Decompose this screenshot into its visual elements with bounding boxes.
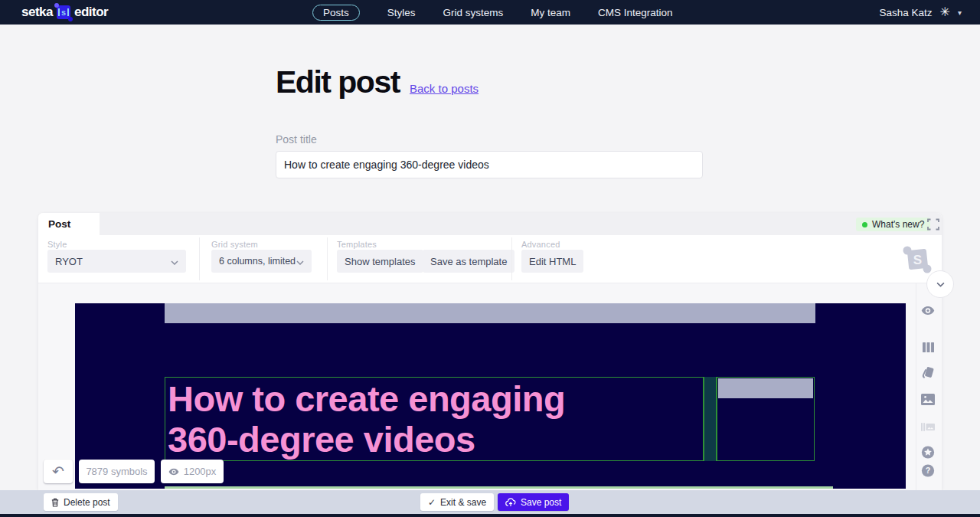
canvas-side-placeholder-bar[interactable] [718,378,813,398]
logo-text-editor: editor [74,5,108,20]
save-post-button[interactable]: Save post [498,493,569,511]
edit-html-button[interactable]: Edit HTML [521,250,583,273]
canvas-heading-line2: 360-degree videos [165,419,703,460]
viewport-width-badge: 1200px [161,460,224,483]
nav-item-grid-systems[interactable]: Grid systems [443,7,504,18]
show-templates-button[interactable]: Show templates [337,250,423,273]
undo-icon: ↶ [52,463,64,480]
svg-text:?: ? [926,466,931,475]
symbols-count-text: 7879 symbols [86,466,147,477]
exit-and-save-button[interactable]: ✓ Exit & save [420,493,494,511]
canvas-heading-block[interactable]: How to create engaging 360-degree videos [165,377,704,461]
setka-logo-icon: s [57,5,70,19]
main-nav: Posts Styles Grid systems My team CMS In… [312,0,673,25]
grid-system-dropdown[interactable]: 6 columns, limited [211,250,312,273]
logo-text-setka: setka [21,5,53,20]
nav-item-my-team[interactable]: My team [531,7,570,18]
delete-post-label: Delete post [64,497,110,508]
post-title-input[interactable] [276,151,703,178]
advanced-section-label: Advanced [521,240,560,249]
columns-grid-icon[interactable] [921,340,935,354]
style-section-label: Style [47,240,67,249]
canvas-placeholder-bar[interactable] [165,303,815,323]
bottom-edge-strip [0,514,980,517]
exit-and-save-label: Exit & save [440,497,486,508]
logo-letter: s [61,8,66,17]
user-name: Sasha Katz [880,7,933,18]
back-to-posts-link[interactable]: Back to posts [410,82,479,95]
viewport-width-text: 1200px [184,466,217,477]
image-icon[interactable] [921,392,935,406]
logo-dot-bottom [68,17,73,21]
save-post-label: Save post [521,497,561,508]
logo-dot-top [54,3,59,8]
whats-new-label: What's new? [872,219,924,230]
style-dropdown[interactable]: RYOT [47,250,186,273]
setka-watermark-icon: S [902,244,933,274]
trash-icon [51,498,59,507]
delete-post-button[interactable]: Delete post [44,493,118,511]
save-as-template-button[interactable]: Save as template [423,250,514,273]
toolbar-divider [511,237,512,280]
preview-eye-icon[interactable] [921,303,935,317]
editor-panel: Post What's new? Style RYOT Grid system … [38,213,942,490]
grid-section-label: Grid system [211,240,258,249]
check-icon: ✓ [428,497,436,508]
chevron-down-icon[interactable]: ▾ [958,8,962,17]
canvas-bottom-guide [165,486,833,489]
svg-text:S: S [913,253,922,267]
undo-button[interactable]: ↶ [44,460,73,483]
toolbar-divider [199,237,200,280]
setka-editor-logo[interactable]: setka s editor [21,0,108,25]
collapse-toolbar-button[interactable] [926,270,954,298]
nav-item-styles[interactable]: Styles [387,7,416,18]
toolbar-divider [327,237,328,280]
user-menu[interactable]: Sasha Katz ✳ ▾ [880,0,962,25]
help-icon[interactable]: ? [921,463,935,477]
chevron-down-icon [171,256,178,267]
style-dropdown-value: RYOT [55,256,83,267]
footer-bar: Delete post ✓ Exit & save Save post [0,490,980,514]
eye-icon [168,468,179,476]
tab-post[interactable]: Post [38,213,100,235]
canvas-side-block[interactable] [717,377,815,461]
upload-cloud-icon [505,498,516,507]
editor-workspace: How to create engaging 360-degree videos… [38,283,942,490]
page-title: Edit post [276,64,400,100]
panel-tab-strip: Post What's new? [38,213,942,235]
layout-image-icon[interactable] [921,420,935,434]
app-root: setka s editor Posts Styles Grid systems… [0,0,980,517]
whats-new-button[interactable]: What's new? [856,218,930,231]
nav-item-cms-integration[interactable]: CMS Integration [598,7,673,18]
logo-bar-left [58,8,60,16]
post-title-label: Post title [276,133,317,146]
color-swatches-icon[interactable] [921,365,935,379]
fullscreen-icon[interactable] [927,218,939,231]
sidebar-divider [916,283,916,490]
canvas-column-gutter[interactable] [704,377,717,461]
grid-system-value: 6 columns, limited [219,256,296,267]
gear-icon[interactable]: ✳ [940,6,950,18]
nav-item-posts[interactable]: Posts [312,5,360,21]
templates-section-label: Templates [337,240,377,249]
logo-bar-right [67,8,69,16]
chevron-down-icon [296,256,304,267]
top-nav-bar: setka s editor Posts Styles Grid systems… [0,0,980,25]
green-dot-icon [862,222,867,227]
star-icon[interactable] [921,445,935,459]
symbols-count-badge: 7879 symbols [79,460,155,483]
canvas-heading-line1: How to create engaging [165,378,703,419]
